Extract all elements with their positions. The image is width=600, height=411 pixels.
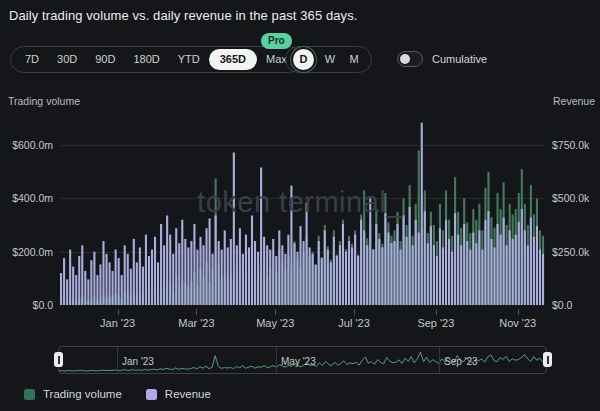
brush-label: Jan '23 [122, 356, 154, 367]
legend-label: Revenue [165, 388, 211, 400]
brush-handle-left[interactable] [54, 352, 63, 367]
legend-item-trading-volume[interactable]: Trading volume [24, 388, 122, 400]
brush-gridline [439, 347, 440, 373]
legend: Trading volume Revenue [24, 388, 235, 400]
chart-panel: Daily trading volume vs. daily revenue i… [0, 0, 600, 411]
brush-label: Sep '23 [444, 356, 478, 367]
revenue-swatch [146, 389, 157, 400]
trading-volume-swatch [24, 389, 35, 400]
brush-line-chart [0, 0, 600, 411]
handle-grip-icon [547, 356, 549, 364]
legend-item-revenue[interactable]: Revenue [146, 388, 211, 400]
brush-label: May '23 [281, 356, 316, 367]
brush-gridline [117, 347, 118, 373]
brush-gridline [276, 347, 277, 373]
legend-label: Trading volume [43, 388, 122, 400]
brush-handle-right[interactable] [543, 352, 552, 367]
handle-grip-icon [58, 356, 60, 364]
